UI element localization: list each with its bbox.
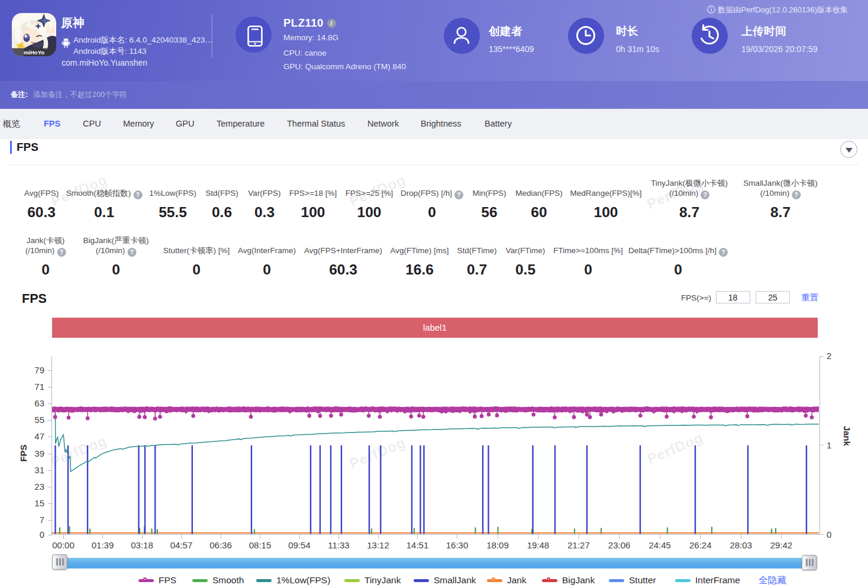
svg-text:63: 63 xyxy=(34,398,44,408)
svg-text:01:39: 01:39 xyxy=(92,540,114,550)
svg-text:miHoYo: miHoYo xyxy=(24,49,44,56)
svg-text:1: 1 xyxy=(827,440,831,450)
svg-text:18:09: 18:09 xyxy=(486,540,509,550)
svg-text:0: 0 xyxy=(40,529,44,539)
svg-text:26:24: 26:24 xyxy=(689,540,712,550)
svg-text:00:00: 00:00 xyxy=(52,540,75,550)
svg-text:7: 7 xyxy=(40,515,44,525)
svg-text:23: 23 xyxy=(34,482,44,492)
svg-text:13:12: 13:12 xyxy=(367,540,389,550)
svg-text:19:48: 19:48 xyxy=(527,540,550,550)
svg-text:28:03: 28:03 xyxy=(730,540,753,550)
svg-text:14:51: 14:51 xyxy=(406,540,429,550)
svg-text:2: 2 xyxy=(827,351,831,361)
svg-text:47: 47 xyxy=(34,431,44,441)
svg-text:04:57: 04:57 xyxy=(170,540,193,550)
svg-text:79: 79 xyxy=(34,365,44,375)
svg-text:0: 0 xyxy=(827,529,831,539)
svg-text:29:42: 29:42 xyxy=(770,540,793,550)
svg-text:71: 71 xyxy=(34,382,44,392)
svg-text:09:54: 09:54 xyxy=(288,540,311,550)
svg-text:FPS: FPS xyxy=(18,444,28,461)
svg-text:16:30: 16:30 xyxy=(446,540,469,550)
svg-text:31: 31 xyxy=(34,465,44,475)
svg-text:23:06: 23:06 xyxy=(608,540,631,550)
svg-text:39: 39 xyxy=(34,448,44,458)
svg-text:15: 15 xyxy=(34,498,44,508)
svg-text:55: 55 xyxy=(34,415,44,425)
svg-text:03:18: 03:18 xyxy=(131,540,153,550)
svg-text:24:45: 24:45 xyxy=(648,540,671,550)
svg-text:Jank: Jank xyxy=(842,426,852,447)
svg-text:08:15: 08:15 xyxy=(249,540,272,550)
svg-text:21:27: 21:27 xyxy=(567,540,590,550)
svg-text:06:36: 06:36 xyxy=(209,540,232,550)
svg-text:11:33: 11:33 xyxy=(328,540,349,550)
